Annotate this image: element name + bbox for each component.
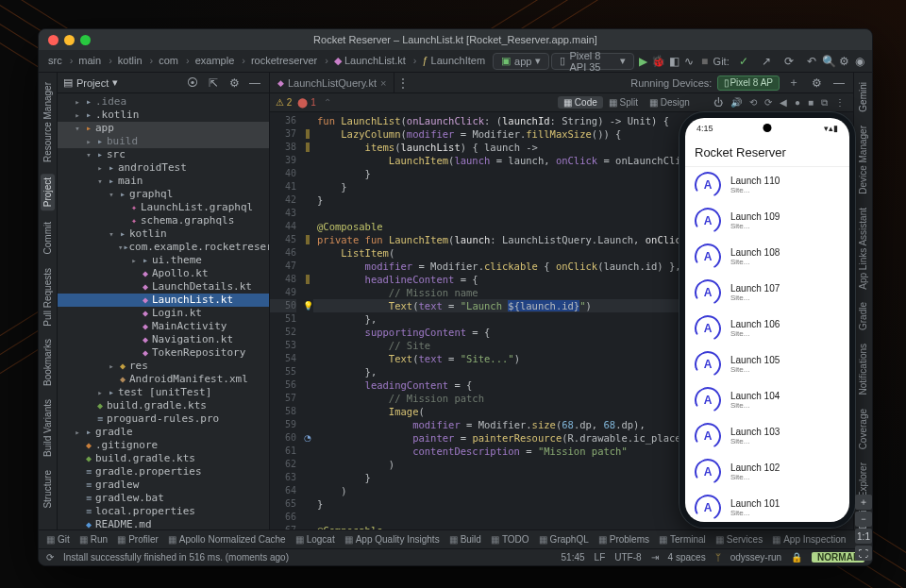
breadcrumb[interactable]: example [182,55,238,66]
zoom-in-button[interactable]: ＋ [855,495,872,510]
device-list-item[interactable]: ALaunch 109Site... [685,203,849,239]
debug-button[interactable]: 🐞 [651,53,665,70]
view-mode-code[interactable]: ▦ Code [558,96,603,109]
settings-icon[interactable]: ⚙ [226,75,243,92]
hide-icon[interactable]: — [830,75,847,92]
tree-node[interactable]: ▸▸build [58,135,269,148]
select-opened-file-icon[interactable]: ⦿ [184,75,201,92]
bottom-tool-tab[interactable]: ▦App Inspection [772,534,846,545]
lock-icon[interactable]: 🔒 [791,552,802,563]
tree-node[interactable]: ▾▸src [58,148,269,161]
bottom-tool-tab[interactable]: ▦Services [715,534,763,545]
device-selector[interactable]: ▯ Pixel 8 API 35 ▾ [551,53,634,70]
screenshot-icon[interactable]: ⧉ [818,97,830,109]
tool-window-tab[interactable]: Resource Manager [42,80,53,164]
tree-node[interactable]: ▾▸app [58,122,269,135]
status-encoding[interactable]: UTF-8 [614,552,641,563]
git-history-icon[interactable]: ↶ [803,53,820,70]
avatar-icon[interactable]: ◉ [853,53,866,70]
tree-node[interactable]: ✦schema.graphqls [58,214,269,227]
power-icon[interactable]: ⏻ [711,97,726,108]
bottom-tool-tab[interactable]: ▦Profiler [117,534,159,545]
breadcrumb-file[interactable]: ƒ LaunchItem [410,55,489,66]
tree-node[interactable]: ≡local.properties [58,505,269,518]
run-button[interactable]: ▶ [636,53,649,70]
run-config-selector[interactable]: ▣ app ▾ [493,53,549,70]
close-tab-icon[interactable]: × [380,77,386,89]
tree-node[interactable]: ◆MainActivity [58,320,269,333]
tree-node[interactable]: ▸▸ui.theme [58,254,269,267]
tree-node[interactable]: ◆AndroidManifest.xml [58,373,269,386]
warning-badge[interactable]: ⚠ 2 [276,97,292,108]
bottom-tool-tab[interactable]: ▦App Quality Insights [344,534,440,545]
tree-node[interactable]: ◆Navigation.kt [58,333,269,346]
zoom-ratio[interactable]: 1:1 [855,529,872,544]
editor-tab[interactable]: ◆LaunchListQuery.kt× [270,73,394,93]
tree-node[interactable]: ▸▸.idea [58,95,269,109]
device-list-item[interactable]: ALaunch 102Site... [685,454,849,490]
bottom-tool-tab[interactable]: ▦Terminal [659,534,706,545]
view-mode-design[interactable]: ▦ Design [644,96,696,109]
tree-node[interactable]: ◆LaunchDetails.kt [58,280,269,294]
zoom-out-button[interactable]: － [855,512,872,527]
bottom-tool-tab[interactable]: ▦Logcat [295,534,335,545]
device-list-item[interactable]: ALaunch 104Site... [685,382,849,418]
status-indent[interactable]: 4 spaces [668,552,706,563]
tree-node[interactable]: ✦LaunchList.graphql [58,201,269,214]
coverage-button[interactable]: ◧ [667,53,680,70]
tree-node[interactable]: ▾▸com.example.rocketreserver [58,241,269,254]
breadcrumb-file[interactable]: ◆ LaunchList.kt [321,55,410,66]
collapse-all-icon[interactable]: ⇱ [205,75,222,92]
tree-node[interactable]: ▾▸graphql [58,188,269,201]
tree-node[interactable]: ▾▸kotlin [58,227,269,241]
tool-window-tab[interactable]: Project [41,174,55,210]
bottom-tool-tab[interactable]: ▦Problems [598,534,649,545]
bottom-tool-tab[interactable]: ▦GraphQL [539,534,589,545]
back-icon[interactable]: ◀ [777,97,790,108]
tool-window-tab[interactable]: Gradle [858,300,868,332]
running-device-chip[interactable]: ▯ Pixel 8 AP [717,76,780,91]
volume-icon[interactable]: 🔊 [728,97,745,108]
settings-icon[interactable]: ⚙ [838,53,851,70]
tree-node[interactable]: ◆build.gradle.kts [58,399,269,412]
status-caret-pos[interactable]: 51:45 [562,552,585,563]
tool-window-tab[interactable]: App Links Assistant [858,206,868,292]
device-list[interactable]: ALaunch 110Site...ALaunch 109Site...ALau… [685,167,849,522]
breadcrumb[interactable]: src [44,55,66,66]
tool-window-tab[interactable]: Notifications [858,342,868,396]
tree-node[interactable]: ◆README.md [58,518,269,529]
device-list-item[interactable]: ALaunch 107Site... [685,275,849,311]
project-tree[interactable]: ▸▸.idea▸▸.kotlin▾▸app▸▸build▾▸src▸▸andro… [58,93,269,529]
device-preview[interactable]: 4:15 ▾▴▮ Rocket Reserver ALaunch 110Site… [680,112,855,528]
bottom-tool-tab[interactable]: ▦Build [449,534,481,545]
git-push-icon[interactable]: ↗ [758,53,775,70]
tree-node[interactable]: ≡gradlew [58,479,269,492]
tree-node[interactable]: ▾▸main [58,175,269,188]
bottom-tool-tab[interactable]: ▦Git [46,534,70,545]
project-pane-header[interactable]: ▤ Project ▾ ⦿ ⇱ ⚙ — [58,73,269,93]
tree-node[interactable]: ▸▸test [unitTest] [58,386,269,399]
error-badge[interactable]: ⬤ 1 [297,97,315,108]
device-list-item[interactable]: ALaunch 105Site... [685,346,849,382]
tree-node[interactable]: ◆build.gradle.kts [58,452,269,465]
device-list-item[interactable]: ALaunch 108Site... [685,239,849,275]
tree-node[interactable]: ▸◆res [58,360,269,373]
rotate-right-icon[interactable]: ⟳ [762,97,775,108]
git-commit-icon[interactable]: ✓ [735,53,752,70]
device-list-item[interactable]: ALaunch 106Site... [685,311,849,346]
tree-node[interactable]: ≡gradlew.bat [58,492,269,505]
add-device-icon[interactable]: ＋ [785,75,802,92]
bottom-tool-tab[interactable]: ▦Apollo Normalized Cache [168,534,286,545]
device-list-item[interactable]: ALaunch 103Site... [685,418,849,454]
tree-node[interactable]: ◆Apollo.kt [58,267,269,280]
tree-node[interactable]: ≡gradle.properties [58,465,269,479]
more-icon[interactable]: ⋮ [832,97,847,108]
search-icon[interactable]: 🔍 [822,53,836,70]
tree-node[interactable]: ▸▸gradle [58,426,269,439]
bottom-tool-tab[interactable]: ▦Run [79,534,108,545]
rotate-left-icon[interactable]: ⟲ [747,97,760,108]
stop-button[interactable]: ■ [697,53,711,70]
overview-icon[interactable]: ■ [805,97,816,108]
tool-window-tab[interactable]: Coverage [858,407,868,451]
breadcrumb[interactable]: kotlin [105,55,145,66]
